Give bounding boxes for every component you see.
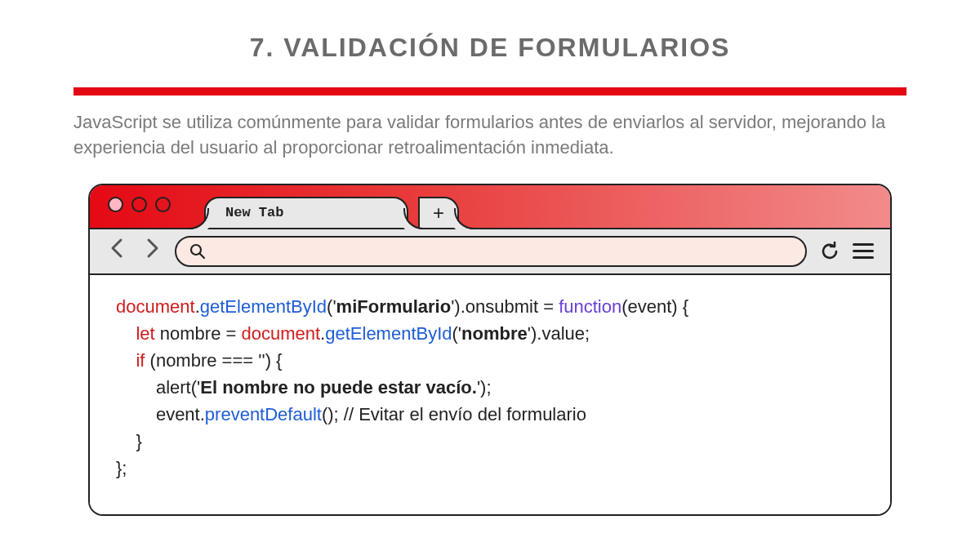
search-icon (189, 243, 206, 260)
browser-content: document.getElementById('miFormulario').… (90, 275, 890, 514)
divider-bar (74, 87, 906, 96)
browser-toolbar (90, 228, 890, 275)
description-text: JavaScript se utiliza comúnmente para va… (74, 110, 906, 161)
svg-line-1 (200, 254, 204, 258)
browser-window: New Tab + (88, 184, 892, 516)
browser-titlebar: New Tab + (90, 185, 890, 228)
forward-button[interactable] (140, 237, 163, 265)
plus-icon: + (433, 202, 444, 224)
close-icon[interactable] (108, 197, 123, 212)
tab-label: New Tab (225, 205, 283, 220)
svg-point-0 (191, 245, 201, 255)
refresh-button[interactable] (818, 240, 841, 263)
window-controls (108, 197, 171, 212)
minimize-icon[interactable] (131, 197, 147, 212)
address-bar[interactable] (175, 236, 807, 267)
menu-button[interactable] (853, 243, 874, 259)
browser-tab[interactable]: New Tab (204, 197, 408, 228)
page-title: 7. VALIDACIÓN DE FORMULARIOS (74, 33, 906, 63)
back-button[interactable] (106, 237, 129, 265)
maximize-icon[interactable] (155, 197, 171, 212)
code-block: document.getElementById('miFormulario').… (116, 293, 864, 482)
